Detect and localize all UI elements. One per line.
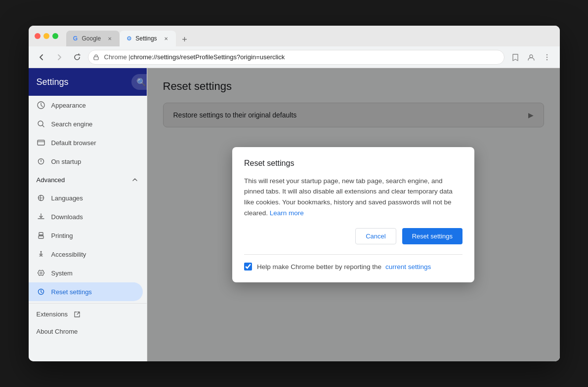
svg-point-3: [546, 56, 547, 57]
sidebar-item-default-browser-label: Default browser: [51, 139, 96, 147]
cancel-button[interactable]: Cancel: [355, 228, 396, 244]
close-button[interactable]: [35, 33, 41, 39]
system-icon: [37, 269, 45, 277]
search-icon: 🔍: [136, 77, 146, 87]
sidebar-item-downloads-label: Downloads: [51, 213, 83, 221]
back-button[interactable]: [35, 50, 48, 64]
svg-point-12: [40, 251, 42, 253]
tabs-bar: G Google ✕ ⚙ Settings ✕ +: [62, 26, 554, 46]
sidebar-item-languages-label: Languages: [51, 194, 83, 202]
settings-favicon: ⚙: [126, 35, 132, 42]
nav-bar: Chrome | chrome://settings/resetProfileS…: [29, 46, 560, 68]
account-icon: [527, 53, 535, 61]
appearance-icon: [37, 101, 45, 110]
search-engine-icon: [37, 119, 45, 128]
modal-body: This will reset your startup page, new t…: [244, 176, 462, 218]
forward-icon: [55, 53, 63, 61]
sidebar-item-accessibility[interactable]: Accessibility: [29, 245, 143, 264]
reload-icon: [73, 53, 81, 61]
sidebar-item-system-label: System: [51, 270, 73, 277]
sidebar-item-appearance[interactable]: Appearance: [29, 96, 143, 115]
reset-icon: [37, 287, 45, 296]
search-wrap: 🔍: [131, 74, 147, 90]
help-chrome-checkbox[interactable]: [244, 263, 252, 271]
address-bar[interactable]: Chrome | chrome://settings/resetProfileS…: [88, 50, 504, 65]
sidebar-item-languages[interactable]: Languages: [29, 189, 143, 207]
accessibility-icon: [37, 250, 45, 259]
sidebar-item-downloads[interactable]: Downloads: [29, 207, 143, 226]
sidebar-divider: [29, 303, 147, 304]
sidebar-item-search-engine[interactable]: Search engine: [29, 115, 143, 133]
sidebar-item-reset-settings[interactable]: Reset settings: [29, 282, 143, 301]
address-bar-wrap: Chrome | chrome://settings/resetProfileS…: [88, 50, 504, 65]
address-path: chrome://settings/resetProfileSettings?o…: [130, 53, 285, 61]
advanced-chevron-up-icon: [131, 176, 139, 184]
sidebar-item-accessibility-label: Accessibility: [51, 251, 86, 258]
help-chrome-label: Help make Chrome better by reporting the…: [257, 263, 431, 271]
browser-window: G Google ✕ ⚙ Settings ✕ +: [29, 26, 560, 361]
more-icon: [543, 53, 551, 61]
sidebar-item-extensions[interactable]: Extensions: [29, 306, 147, 323]
tab-google-label: Google: [82, 35, 101, 42]
svg-rect-7: [38, 140, 44, 145]
default-browser-icon: [37, 138, 45, 147]
svg-point-13: [40, 272, 42, 274]
sidebar-item-printing[interactable]: Printing: [29, 226, 143, 245]
tab-settings[interactable]: ⚙ Settings ✕: [120, 31, 175, 46]
svg-point-4: [546, 59, 547, 60]
reset-settings-button[interactable]: Reset settings: [402, 228, 462, 244]
sidebar-advanced-section[interactable]: Advanced: [29, 171, 147, 189]
sidebar-item-search-engine-label: Search engine: [51, 120, 93, 128]
sidebar-item-on-startup-label: On startup: [51, 158, 82, 165]
bookmark-icon: [511, 53, 519, 61]
tab-google[interactable]: G Google ✕: [66, 31, 120, 46]
svg-point-1: [530, 55, 533, 58]
external-link-icon: [74, 311, 81, 318]
checkbox-text: Help make Chrome better by reporting the: [257, 263, 381, 271]
sidebar-item-printing-label: Printing: [51, 232, 73, 239]
address-domain: Chrome |: [104, 53, 130, 61]
main-area: Reset settings Restore settings to their…: [147, 68, 560, 361]
tab-settings-close[interactable]: ✕: [162, 35, 170, 42]
account-button[interactable]: [524, 50, 538, 64]
back-icon: [38, 53, 45, 61]
modal-buttons: Cancel Reset settings: [244, 228, 462, 244]
lock-icon: [93, 54, 99, 60]
svg-point-6: [38, 121, 43, 126]
tab-google-close[interactable]: ✕: [106, 35, 114, 42]
svg-rect-11: [39, 232, 43, 235]
modal-checkbox-row: Help make Chrome better by reporting the…: [244, 254, 462, 271]
modal-overlay: Reset settings This will reset your star…: [147, 68, 560, 361]
svg-rect-0: [94, 57, 98, 60]
minimize-button[interactable]: [43, 33, 49, 39]
new-tab-button[interactable]: +: [178, 33, 192, 46]
maximize-button[interactable]: [52, 33, 58, 39]
current-settings-link[interactable]: current settings: [385, 263, 431, 271]
on-startup-icon: [37, 157, 45, 166]
forward-button[interactable]: [52, 50, 66, 64]
advanced-label: Advanced: [37, 176, 65, 184]
reload-button[interactable]: [70, 50, 84, 64]
sidebar-item-default-browser[interactable]: Default browser: [29, 133, 143, 152]
google-favicon: G: [72, 35, 79, 42]
sidebar-item-system[interactable]: System: [29, 264, 143, 282]
settings-top-bar: Settings 🔍: [29, 68, 147, 96]
sidebar-item-on-startup[interactable]: On startup: [29, 152, 143, 171]
about-chrome-label: About Chrome: [37, 328, 78, 335]
menu-button[interactable]: [540, 50, 554, 64]
settings-sidebar: Settings 🔍 Appearance Search engine: [29, 68, 147, 361]
title-bar: G Google ✕ ⚙ Settings ✕ +: [29, 26, 560, 46]
downloads-icon: [37, 212, 45, 221]
languages-icon: [37, 194, 45, 202]
browser-content: Settings 🔍 Appearance Search engine: [29, 68, 560, 361]
sidebar-item-appearance-label: Appearance: [51, 102, 86, 109]
nav-actions: [508, 50, 554, 64]
learn-more-link[interactable]: Learn more: [270, 209, 304, 217]
extensions-label: Extensions: [37, 310, 68, 318]
bookmark-button[interactable]: [508, 50, 522, 64]
sidebar-item-reset-settings-label: Reset settings: [51, 288, 92, 296]
svg-rect-10: [39, 236, 43, 238]
sidebar-item-about-chrome[interactable]: About Chrome: [29, 323, 147, 340]
printing-icon: [37, 231, 45, 240]
traffic-lights: [35, 33, 58, 39]
